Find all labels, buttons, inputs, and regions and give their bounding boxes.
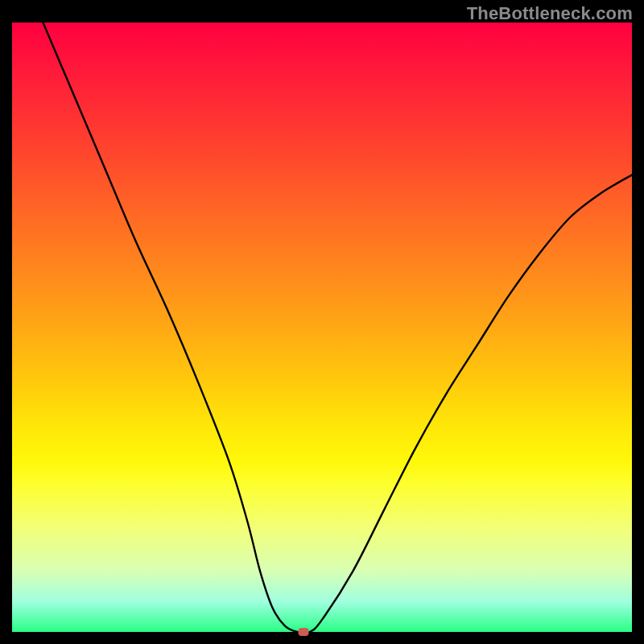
bottleneck-curve [12,23,632,632]
watermark-text: TheBottleneck.com [467,3,633,24]
chart-frame: TheBottleneck.com [0,0,644,644]
optimal-marker [298,628,308,636]
